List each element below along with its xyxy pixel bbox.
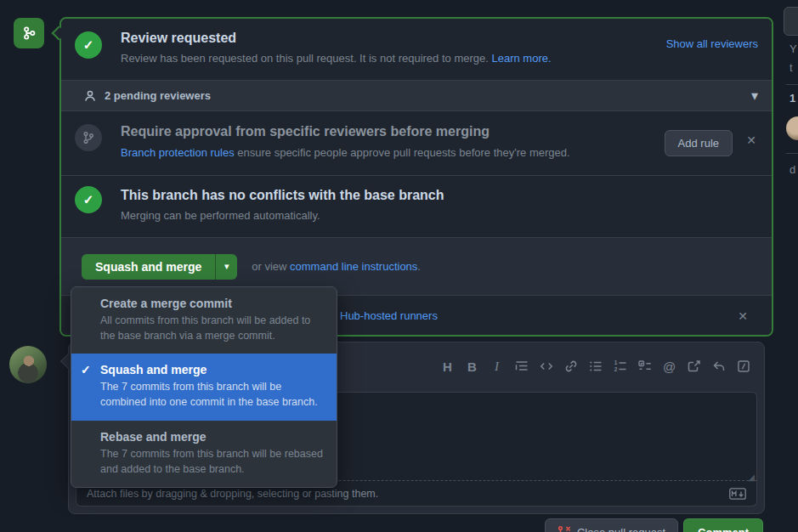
branch-protection-rules-link[interactable]: Branch protection rules <box>121 146 235 159</box>
merge-method-dropdown: Create a merge commit All commits from t… <box>71 286 337 488</box>
branch-icon-circle <box>75 124 102 151</box>
check-circle-icon: ✓ <box>75 186 102 213</box>
timeline-commits-icon <box>14 18 44 48</box>
git-branch-icon <box>82 131 95 144</box>
merge-button-group: Squash and merge ▾ <box>82 254 237 280</box>
selected-check-icon: ✓ <box>81 363 91 376</box>
code-icon[interactable] <box>534 354 558 378</box>
menu-item-title: Rebase and merge <box>100 430 325 444</box>
show-all-reviewers-link[interactable]: Show all reviewers <box>666 37 758 50</box>
task-list-icon[interactable] <box>632 354 657 378</box>
branch-protection-title: Require approval from specific reviewers… <box>121 124 758 139</box>
dismiss-protection-icon[interactable]: ✕ <box>743 132 760 149</box>
branch-protection-section: Require approval from specific reviewers… <box>61 110 772 175</box>
pending-reviewers-row[interactable]: 2 pending reviewers ▾ <box>61 80 772 110</box>
menu-item-description: All commits from this branch will be add… <box>100 313 323 343</box>
heading-icon[interactable]: H <box>435 354 460 378</box>
review-requested-description: Review has been requested on this pull r… <box>121 52 758 65</box>
review-requested-title: Review requested <box>121 31 758 46</box>
pr-closed-icon <box>557 525 571 532</box>
no-conflicts-title: This branch has no conflicts with the ba… <box>121 188 758 203</box>
comment-button[interactable]: Comment <box>683 518 763 532</box>
squash-and-merge-button[interactable]: Squash and merge <box>82 254 215 280</box>
markdown-toolbar: H B I <box>435 351 756 382</box>
cross-reference-icon[interactable] <box>682 354 706 378</box>
comment-actions: Close pull request Comment <box>545 518 763 532</box>
sidebar-avatar <box>786 116 798 140</box>
menu-item-rebase-and-merge[interactable]: Rebase and merge The 7 commits from this… <box>71 421 337 487</box>
learn-more-link[interactable]: Learn more. <box>491 52 551 65</box>
reply-icon[interactable] <box>706 354 731 378</box>
sidebar-divider <box>786 84 798 85</box>
dismiss-banner-icon[interactable]: ✕ <box>734 308 751 325</box>
slash-commands-icon[interactable] <box>731 354 756 378</box>
chevron-down-icon[interactable]: ▾ <box>751 88 758 104</box>
menu-item-title: Squash and merge <box>100 363 325 376</box>
menu-item-squash-and-merge[interactable]: ✓ Squash and merge The 7 commits from th… <box>71 354 337 420</box>
pending-reviewers-label: 2 pending reviewers <box>105 89 211 102</box>
pull-request-merge-area: ✓ Review requested Review has been reque… <box>0 0 798 532</box>
sidebar-count-fragment: 1 <box>790 92 795 105</box>
sidebar-button-fragment[interactable] <box>784 7 798 36</box>
sidebar-text-fragment: d <box>790 163 795 176</box>
review-requested-text: Review has been requested on this pull r… <box>121 52 491 65</box>
attach-files-hint: Attach files by dragging & dropping, sel… <box>87 488 378 500</box>
check-circle-icon: ✓ <box>75 31 102 59</box>
hosted-runners-link[interactable]: Hub-hosted runners <box>340 309 438 322</box>
commit-group-icon <box>21 25 37 41</box>
italic-icon[interactable]: I <box>484 354 509 378</box>
unordered-list-icon[interactable] <box>583 354 608 378</box>
no-conflicts-section: ✓ This branch has no conflicts with the … <box>61 175 772 237</box>
link-icon[interactable] <box>558 354 583 378</box>
no-conflicts-description: Merging can be performed automatically. <box>121 209 758 222</box>
merge-options-caret-button[interactable]: ▾ <box>215 254 237 280</box>
markdown-icon <box>729 488 746 500</box>
svg-text:1: 1 <box>614 359 617 365</box>
ordered-list-icon[interactable]: 1 2 <box>608 354 632 378</box>
menu-item-title: Create a merge commit <box>100 297 325 310</box>
menu-item-create-merge-commit[interactable]: Create a merge commit All commits from t… <box>71 287 337 354</box>
mention-icon[interactable]: @ <box>657 354 682 378</box>
user-avatar <box>9 346 47 383</box>
svg-text:2: 2 <box>614 366 617 372</box>
person-icon <box>83 89 97 103</box>
sidebar-text-fragment: t <box>790 61 793 74</box>
quote-icon[interactable] <box>509 354 534 378</box>
branch-protection-text: ensure specific people approve pull requ… <box>235 146 570 159</box>
branch-protection-description: Branch protection rules ensure specific … <box>121 146 758 159</box>
resize-grip-icon[interactable]: ◢ <box>748 473 755 482</box>
bold-icon[interactable]: B <box>460 354 484 378</box>
review-requested-section: ✓ Review requested Review has been reque… <box>61 19 772 80</box>
sidebar-text-fragment: Y <box>790 42 797 55</box>
menu-item-description: The 7 commits from this branch will be c… <box>100 379 323 410</box>
menu-item-description: The 7 commits from this branch will be r… <box>100 446 323 477</box>
or-view-text: or view command line instructions. <box>252 260 421 273</box>
close-pull-request-button[interactable]: Close pull request <box>545 518 678 532</box>
add-rule-button[interactable]: Add rule <box>665 130 733 156</box>
close-pull-request-label: Close pull request <box>577 526 665 532</box>
sidebar-divider <box>786 153 798 154</box>
command-line-instructions-link[interactable]: command line instructions <box>290 260 417 273</box>
